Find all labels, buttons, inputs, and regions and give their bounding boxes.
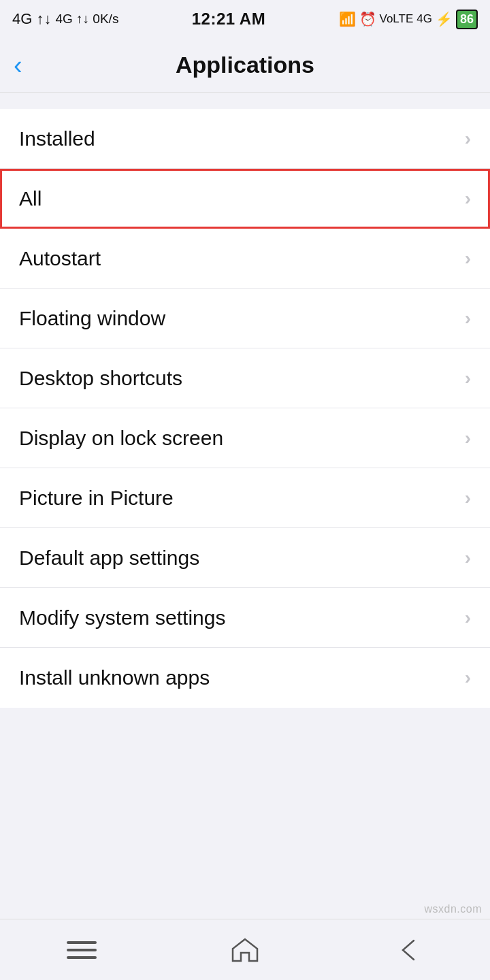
status-time: 12:21 AM bbox=[192, 10, 265, 29]
menu-item-picture-in-picture[interactable]: Picture in Picture› bbox=[0, 468, 490, 528]
chevron-right-icon: › bbox=[465, 607, 471, 629]
chevron-right-icon: › bbox=[465, 368, 471, 389]
home-button[interactable] bbox=[218, 930, 272, 970]
alarm-icon: ⏰ bbox=[359, 11, 376, 27]
menu-item-autostart[interactable]: Autostart› bbox=[0, 229, 490, 289]
back-nav-button[interactable] bbox=[381, 930, 436, 970]
menu-item-label-desktop-shortcuts: Desktop shortcuts bbox=[19, 367, 182, 390]
battery-indicator: 86 bbox=[456, 10, 478, 29]
menu-item-label-default-app-settings: Default app settings bbox=[19, 546, 199, 570]
hamburger-button[interactable] bbox=[54, 930, 109, 970]
menu-list: Installed›All›Autostart›Floating window›… bbox=[0, 109, 490, 708]
top-nav: ‹ Applications bbox=[0, 38, 490, 93]
menu-item-floating-window[interactable]: Floating window› bbox=[0, 289, 490, 348]
menu-item-display-lock-screen[interactable]: Display on lock screen› bbox=[0, 408, 490, 468]
menu-item-label-modify-system-settings: Modify system settings bbox=[19, 606, 225, 630]
menu-item-label-installed: Installed bbox=[19, 127, 95, 150]
data-speed: 4G ↑↓ 0K/s bbox=[55, 12, 118, 27]
chevron-right-icon: › bbox=[465, 188, 471, 210]
chevron-right-icon: › bbox=[465, 547, 471, 569]
chevron-right-icon: › bbox=[465, 248, 471, 270]
chevron-right-icon: › bbox=[465, 427, 471, 449]
menu-item-label-install-unknown-apps: Install unknown apps bbox=[19, 666, 210, 689]
menu-item-install-unknown-apps[interactable]: Install unknown apps› bbox=[0, 648, 490, 708]
chevron-right-icon: › bbox=[465, 128, 471, 150]
chevron-right-icon: › bbox=[465, 487, 471, 509]
menu-item-label-all: All bbox=[19, 187, 42, 210]
back-button[interactable]: ‹ bbox=[14, 52, 22, 78]
menu-item-default-app-settings[interactable]: Default app settings› bbox=[0, 528, 490, 588]
status-right: 📶 ⏰ VoLTE 4G ⚡ 86 bbox=[339, 10, 478, 29]
bottom-gap bbox=[0, 708, 490, 919]
menu-item-label-floating-window: Floating window bbox=[19, 307, 165, 330]
menu-item-all[interactable]: All› bbox=[0, 169, 490, 229]
menu-item-label-picture-in-picture: Picture in Picture bbox=[19, 487, 174, 510]
bluetooth-icon: 📶 bbox=[339, 11, 356, 27]
network-signal: 4G ↑↓ bbox=[12, 10, 51, 28]
chevron-right-icon: › bbox=[465, 308, 471, 329]
home-icon bbox=[230, 935, 260, 965]
page-title: Applications bbox=[176, 52, 314, 78]
menu-item-desktop-shortcuts[interactable]: Desktop shortcuts› bbox=[0, 348, 490, 408]
back-nav-icon bbox=[393, 935, 423, 965]
menu-item-installed[interactable]: Installed› bbox=[0, 109, 490, 169]
hamburger-icon bbox=[67, 941, 97, 959]
status-left: 4G ↑↓ 4G ↑↓ 0K/s bbox=[12, 10, 118, 28]
status-bar: 4G ↑↓ 4G ↑↓ 0K/s 12:21 AM 📶 ⏰ VoLTE 4G ⚡… bbox=[0, 0, 490, 38]
volte-icon: VoLTE bbox=[380, 12, 414, 26]
menu-item-modify-system-settings[interactable]: Modify system settings› bbox=[0, 588, 490, 648]
watermark: wsxdn.com bbox=[424, 903, 482, 915]
menu-item-label-display-lock-screen: Display on lock screen bbox=[19, 427, 223, 450]
bottom-nav bbox=[0, 919, 490, 980]
chevron-right-icon: › bbox=[465, 667, 471, 689]
4g-icon: 4G bbox=[416, 12, 432, 26]
menu-item-label-autostart: Autostart bbox=[19, 247, 101, 270]
lightning-icon: ⚡ bbox=[436, 11, 453, 27]
section-gap bbox=[0, 93, 490, 109]
